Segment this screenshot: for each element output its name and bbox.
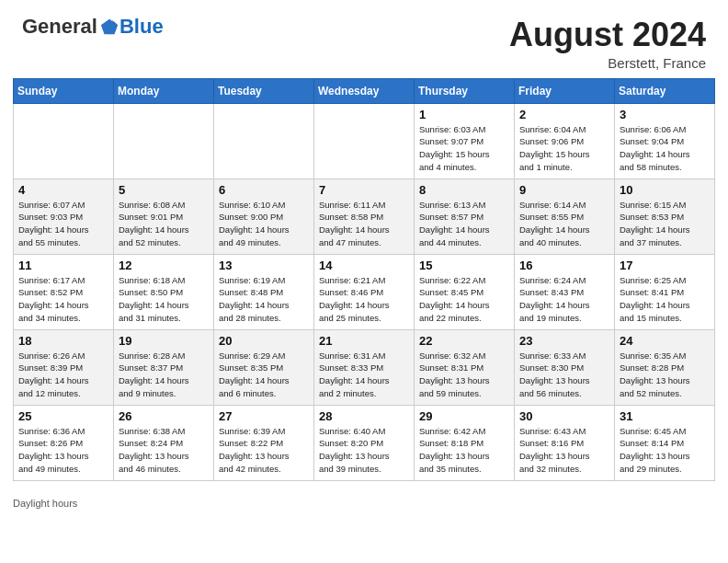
day-number: 26 [119, 409, 209, 423]
calendar-cell: 24Sunrise: 6:35 AM Sunset: 8:28 PM Dayli… [615, 329, 715, 405]
calendar-cell: 10Sunrise: 6:15 AM Sunset: 8:53 PM Dayli… [615, 178, 715, 254]
day-info: Sunrise: 6:03 AM Sunset: 9:07 PM Dayligh… [419, 123, 509, 174]
calendar-cell: 16Sunrise: 6:24 AM Sunset: 8:43 PM Dayli… [515, 254, 615, 329]
daylight-label: Daylight hours [13, 498, 77, 509]
day-number: 6 [219, 183, 309, 197]
calendar-week-row: 11Sunrise: 6:17 AM Sunset: 8:52 PM Dayli… [14, 254, 715, 329]
calendar-header-row: SundayMondayTuesdayWednesdayThursdayFrid… [14, 78, 715, 103]
day-number: 27 [219, 409, 309, 423]
column-header-tuesday: Tuesday [214, 78, 314, 103]
month-title: August 2024 [509, 17, 706, 53]
day-number: 24 [620, 334, 710, 348]
day-number: 10 [620, 183, 710, 197]
day-number: 30 [519, 409, 609, 423]
day-number: 16 [519, 259, 609, 272]
calendar-cell: 6Sunrise: 6:10 AM Sunset: 9:00 PM Daylig… [214, 178, 314, 254]
day-info: Sunrise: 6:28 AM Sunset: 8:37 PM Dayligh… [119, 350, 209, 400]
day-number: 31 [620, 409, 710, 423]
day-info: Sunrise: 6:38 AM Sunset: 8:24 PM Dayligh… [119, 425, 209, 476]
day-info: Sunrise: 6:07 AM Sunset: 9:03 PM Dayligh… [18, 199, 108, 249]
calendar-week-row: 18Sunrise: 6:26 AM Sunset: 8:39 PM Dayli… [14, 329, 715, 405]
calendar-cell: 26Sunrise: 6:38 AM Sunset: 8:24 PM Dayli… [114, 405, 214, 480]
day-number: 9 [519, 183, 609, 197]
calendar-cell: 7Sunrise: 6:11 AM Sunset: 8:58 PM Daylig… [314, 178, 415, 254]
calendar-week-row: 1Sunrise: 6:03 AM Sunset: 9:07 PM Daylig… [14, 103, 715, 178]
calendar-cell: 18Sunrise: 6:26 AM Sunset: 8:39 PM Dayli… [14, 329, 114, 405]
column-header-saturday: Saturday [615, 78, 715, 103]
title-block: August 2024 Berstett, France [509, 17, 706, 71]
calendar-cell: 29Sunrise: 6:42 AM Sunset: 8:18 PM Dayli… [415, 405, 515, 480]
day-info: Sunrise: 6:31 AM Sunset: 8:33 PM Dayligh… [319, 350, 409, 400]
day-info: Sunrise: 6:45 AM Sunset: 8:14 PM Dayligh… [620, 425, 710, 476]
logo-general-text: General [22, 17, 97, 37]
day-number: 14 [319, 259, 409, 272]
day-info: Sunrise: 6:11 AM Sunset: 8:58 PM Dayligh… [319, 199, 409, 249]
calendar-cell: 28Sunrise: 6:40 AM Sunset: 8:20 PM Dayli… [314, 405, 415, 480]
calendar-cell: 17Sunrise: 6:25 AM Sunset: 8:41 PM Dayli… [615, 254, 715, 329]
calendar-cell: 30Sunrise: 6:43 AM Sunset: 8:16 PM Dayli… [515, 405, 615, 480]
calendar-wrapper: SundayMondayTuesdayWednesdayThursdayFrid… [0, 78, 728, 494]
day-info: Sunrise: 6:21 AM Sunset: 8:46 PM Dayligh… [319, 274, 409, 325]
day-info: Sunrise: 6:33 AM Sunset: 8:30 PM Dayligh… [519, 350, 609, 400]
calendar-week-row: 25Sunrise: 6:36 AM Sunset: 8:26 PM Dayli… [14, 405, 715, 480]
day-info: Sunrise: 6:39 AM Sunset: 8:22 PM Dayligh… [219, 425, 309, 476]
day-info: Sunrise: 6:15 AM Sunset: 8:53 PM Dayligh… [620, 199, 710, 249]
calendar-cell [14, 103, 114, 178]
column-header-monday: Monday [114, 78, 214, 103]
calendar-cell: 4Sunrise: 6:07 AM Sunset: 9:03 PM Daylig… [14, 178, 114, 254]
day-number: 28 [319, 409, 409, 423]
day-number: 17 [620, 259, 710, 272]
day-info: Sunrise: 6:40 AM Sunset: 8:20 PM Dayligh… [319, 425, 409, 476]
calendar-cell: 21Sunrise: 6:31 AM Sunset: 8:33 PM Dayli… [314, 329, 415, 405]
calendar-cell: 14Sunrise: 6:21 AM Sunset: 8:46 PM Dayli… [314, 254, 415, 329]
day-info: Sunrise: 6:32 AM Sunset: 8:31 PM Dayligh… [419, 350, 509, 400]
day-info: Sunrise: 6:36 AM Sunset: 8:26 PM Dayligh… [18, 425, 108, 476]
column-header-thursday: Thursday [415, 78, 515, 103]
logo-blue-text: Blue [119, 17, 164, 37]
location-title: Berstett, France [509, 55, 706, 71]
day-number: 2 [519, 108, 609, 121]
page-header: General Blue August 2024 Berstett, Franc… [0, 0, 728, 78]
calendar-cell: 1Sunrise: 6:03 AM Sunset: 9:07 PM Daylig… [415, 103, 515, 178]
calendar-cell: 12Sunrise: 6:18 AM Sunset: 8:50 PM Dayli… [114, 254, 214, 329]
day-number: 23 [519, 334, 609, 348]
day-info: Sunrise: 6:04 AM Sunset: 9:06 PM Dayligh… [519, 123, 609, 174]
calendar-cell: 8Sunrise: 6:13 AM Sunset: 8:57 PM Daylig… [415, 178, 515, 254]
calendar-cell: 22Sunrise: 6:32 AM Sunset: 8:31 PM Dayli… [415, 329, 515, 405]
day-number: 4 [18, 183, 108, 197]
day-info: Sunrise: 6:35 AM Sunset: 8:28 PM Dayligh… [620, 350, 710, 400]
day-number: 1 [419, 108, 509, 121]
day-info: Sunrise: 6:25 AM Sunset: 8:41 PM Dayligh… [620, 274, 710, 325]
day-info: Sunrise: 6:24 AM Sunset: 8:43 PM Dayligh… [519, 274, 609, 325]
calendar-cell [114, 103, 214, 178]
day-info: Sunrise: 6:19 AM Sunset: 8:48 PM Dayligh… [219, 274, 309, 325]
calendar-cell: 15Sunrise: 6:22 AM Sunset: 8:45 PM Dayli… [415, 254, 515, 329]
calendar-cell: 23Sunrise: 6:33 AM Sunset: 8:30 PM Dayli… [515, 329, 615, 405]
day-number: 5 [119, 183, 209, 197]
calendar-cell [214, 103, 314, 178]
day-number: 15 [419, 259, 509, 272]
day-number: 11 [18, 259, 108, 272]
calendar-cell: 2Sunrise: 6:04 AM Sunset: 9:06 PM Daylig… [515, 103, 615, 178]
day-number: 22 [419, 334, 509, 348]
svg-marker-0 [101, 19, 118, 35]
day-info: Sunrise: 6:10 AM Sunset: 9:00 PM Dayligh… [219, 199, 309, 249]
column-header-sunday: Sunday [14, 78, 114, 103]
logo-icon [99, 17, 119, 37]
calendar-cell: 31Sunrise: 6:45 AM Sunset: 8:14 PM Dayli… [615, 405, 715, 480]
calendar-cell: 5Sunrise: 6:08 AM Sunset: 9:01 PM Daylig… [114, 178, 214, 254]
day-number: 3 [620, 108, 710, 121]
day-number: 25 [18, 409, 108, 423]
calendar-cell: 25Sunrise: 6:36 AM Sunset: 8:26 PM Dayli… [14, 405, 114, 480]
day-info: Sunrise: 6:17 AM Sunset: 8:52 PM Dayligh… [18, 274, 108, 325]
day-number: 7 [319, 183, 409, 197]
day-info: Sunrise: 6:13 AM Sunset: 8:57 PM Dayligh… [419, 199, 509, 249]
day-info: Sunrise: 6:29 AM Sunset: 8:35 PM Dayligh… [219, 350, 309, 400]
day-number: 20 [219, 334, 309, 348]
day-number: 13 [219, 259, 309, 272]
day-info: Sunrise: 6:43 AM Sunset: 8:16 PM Dayligh… [519, 425, 609, 476]
column-header-friday: Friday [515, 78, 615, 103]
day-info: Sunrise: 6:26 AM Sunset: 8:39 PM Dayligh… [18, 350, 108, 400]
calendar-cell: 19Sunrise: 6:28 AM Sunset: 8:37 PM Dayli… [114, 329, 214, 405]
calendar-cell: 11Sunrise: 6:17 AM Sunset: 8:52 PM Dayli… [14, 254, 114, 329]
